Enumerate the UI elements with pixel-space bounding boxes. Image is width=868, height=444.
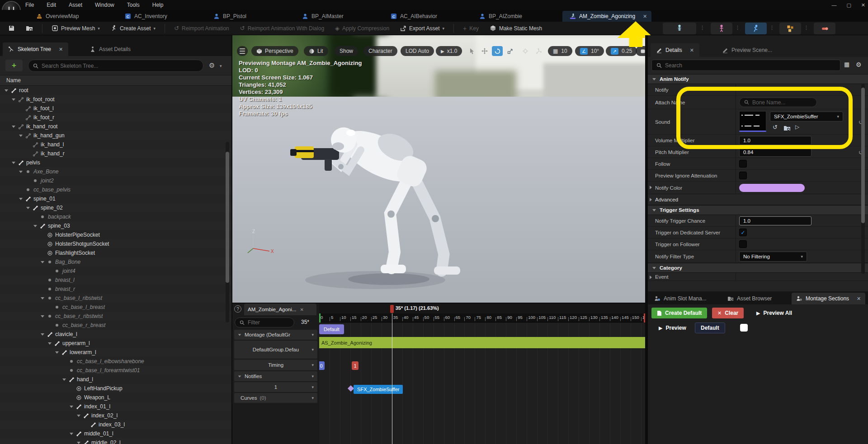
tree-row-ik_hand_r[interactable]: ik_hand_r bbox=[0, 149, 231, 158]
details-tab-close-icon[interactable]: ✕ bbox=[690, 47, 694, 53]
playhead-line[interactable] bbox=[392, 313, 392, 444]
sound-asset-thumbnail[interactable] bbox=[739, 111, 766, 132]
preview-character-mesh[interactable] bbox=[285, 103, 493, 293]
timeline-track-area[interactable]: 0510152025303540455055606570758085909510… bbox=[319, 304, 645, 444]
perspective-button[interactable]: Perspective bbox=[251, 46, 298, 56]
blueprint-mode-button[interactable] bbox=[779, 23, 801, 34]
browse-to-asset-button[interactable] bbox=[21, 23, 38, 34]
tree-row-cc_base_l_forearmtwist01[interactable]: cc_base_l_forearmtwist01 bbox=[0, 366, 231, 375]
tree-row-cc_base_l_elbowsharebone[interactable]: cc_base_l_elbowsharebone bbox=[0, 357, 231, 366]
scale-tool-button[interactable] bbox=[505, 46, 515, 56]
chevron-down-icon[interactable]: ▾ bbox=[311, 363, 314, 367]
chevron-down-icon[interactable]: ▾ bbox=[311, 396, 314, 400]
camera-speed-button[interactable]: 1 bbox=[636, 46, 645, 56]
playhead-handle[interactable] bbox=[390, 305, 394, 313]
tree-expander-icon[interactable] bbox=[19, 135, 23, 137]
tree-expander-icon[interactable] bbox=[70, 406, 73, 408]
tree-row-spine_03[interactable]: spine_03 bbox=[0, 221, 231, 230]
tree-expander-icon[interactable] bbox=[12, 98, 15, 101]
menu-tools[interactable]: Tools bbox=[127, 2, 140, 8]
menu-window[interactable]: Window bbox=[95, 2, 114, 8]
splitter-left[interactable] bbox=[231, 35, 232, 444]
close-button[interactable]: ✕ bbox=[861, 2, 865, 8]
tree-expander-icon[interactable] bbox=[48, 342, 52, 345]
tab-am-zombie-agonizing[interactable]: AM_Zombie_Agonizing ✕ bbox=[562, 11, 651, 22]
montage-section-chip[interactable]: Default bbox=[319, 324, 344, 334]
section-anim-notify[interactable]: Anim Notify bbox=[648, 74, 868, 84]
expand-arrow-icon[interactable] bbox=[650, 186, 652, 189]
pitch-multiplier-input[interactable]: 0.84 bbox=[739, 148, 811, 157]
tree-row-lowerarm_l[interactable]: lowerarm_l bbox=[0, 348, 231, 357]
tab-close-icon[interactable]: ✕ bbox=[643, 14, 647, 19]
tab-montage-sections[interactable]: Montage Sections ✕ bbox=[792, 293, 865, 304]
tree-row-index_03_l[interactable]: index_03_l bbox=[0, 420, 231, 429]
tree-row-backpack[interactable]: backpack bbox=[0, 212, 231, 221]
tree-row-cc_base_r_ribstwist[interactable]: cc_base_r_ribstwist bbox=[0, 312, 231, 321]
tree-row-middle_01_l[interactable]: middle_01_l bbox=[0, 429, 231, 438]
tree-row-axe_bone[interactable]: Axe_Bone bbox=[0, 167, 231, 176]
skeleton-mode-button[interactable] bbox=[663, 23, 696, 34]
export-asset-button[interactable]: Export Asset▾ bbox=[396, 23, 449, 34]
name-column-header[interactable]: Name bbox=[0, 75, 231, 86]
tab-asset-browser[interactable]: Asset Browser bbox=[723, 293, 776, 304]
add-bone-button[interactable]: + bbox=[5, 60, 23, 71]
gear-icon[interactable]: ⚙ bbox=[209, 61, 215, 70]
viewport-menu-button[interactable]: ☰ bbox=[237, 46, 248, 56]
tree-row-spine_02[interactable]: spine_02 bbox=[0, 203, 231, 212]
browse-to-sound-icon[interactable] bbox=[783, 125, 791, 131]
reimport-animation-button[interactable]: ↺ Reimport Animation bbox=[170, 23, 234, 34]
tree-expander-icon[interactable] bbox=[12, 126, 15, 128]
tree-expander-icon[interactable] bbox=[41, 261, 44, 263]
angle-snap-button[interactable]: ∠ 10° bbox=[575, 46, 604, 56]
tree-row-flashlightsocket[interactable]: FlashlightSocket bbox=[0, 248, 231, 257]
tree-expander-icon[interactable] bbox=[70, 433, 73, 435]
splitter-horizontal[interactable] bbox=[232, 303, 645, 304]
tree-row-cc_base_l_breast[interactable]: cc_base_l_breast bbox=[0, 303, 231, 312]
tab-ac-inventory[interactable]: C AC_Inventory bbox=[118, 11, 206, 22]
tree-expander-icon[interactable] bbox=[62, 379, 66, 381]
sound-asset-dropdown[interactable]: SFX_ZombieSuffer▾ bbox=[770, 112, 843, 122]
notify-track-row[interactable]: 1 ▾ bbox=[234, 382, 317, 392]
tree-expander-icon[interactable] bbox=[26, 207, 30, 209]
use-selected-icon[interactable]: ↺ bbox=[773, 124, 778, 131]
notify-trigger-chance-input[interactable]: 1.0 bbox=[739, 216, 811, 225]
tree-row-ik_foot_root[interactable]: ik_foot_root bbox=[0, 95, 231, 104]
menu-asset[interactable]: Asset bbox=[69, 2, 82, 8]
trigger-on-follower-checkbox[interactable] bbox=[739, 240, 747, 248]
tab-ac-aibehavior[interactable]: C AC_AIBehavior bbox=[383, 11, 472, 22]
tree-row-cc_base_pelvis[interactable]: cc_base_pelvis bbox=[0, 185, 231, 194]
save-button[interactable] bbox=[4, 23, 19, 34]
notify-filter-type-dropdown[interactable]: No Filtering▾ bbox=[739, 252, 807, 262]
tree-row-upperarm_l[interactable]: upperarm_l bbox=[0, 339, 231, 348]
tree-expander-icon[interactable] bbox=[41, 333, 44, 336]
tree-row-cc_base_l_ribstwist[interactable]: cc_base_l_ribstwist bbox=[0, 294, 231, 303]
timeline-document-tab[interactable]: AM_Zombie_Agoni... ✕ bbox=[244, 304, 316, 315]
tree-row-clavicle_l[interactable]: clavicle_l bbox=[0, 330, 231, 339]
tree-expander-icon[interactable] bbox=[5, 89, 8, 92]
timeline-filter-input[interactable]: Filter bbox=[235, 318, 294, 327]
tab-details[interactable]: Details ✕ bbox=[651, 43, 699, 57]
play-sound-icon[interactable]: ▷ bbox=[795, 124, 799, 130]
section-trigger-settings[interactable]: Trigger Settings bbox=[648, 205, 868, 215]
tab-bp-pistol[interactable]: BP_Pistol bbox=[206, 11, 295, 22]
tab-preview-scene[interactable]: Preview Scene... bbox=[717, 43, 778, 57]
details-gear-icon[interactable]: ⚙ bbox=[856, 61, 862, 68]
skeleton-search-input[interactable]: Search Skeleton Tree... bbox=[28, 60, 203, 72]
chevron-down-icon[interactable]: ▾ bbox=[220, 64, 222, 68]
details-scrollbar-thumb[interactable] bbox=[861, 88, 865, 223]
tree-expander-icon[interactable] bbox=[41, 297, 44, 299]
section-category[interactable]: Category bbox=[648, 263, 868, 273]
blueprint-mode-menu-dots[interactable]: ⋮ bbox=[804, 25, 809, 31]
menu-help[interactable]: Help bbox=[152, 2, 164, 8]
chevron-down-icon[interactable]: ▾ bbox=[311, 385, 314, 389]
preview-mesh-button[interactable]: Preview Mesh▾ bbox=[47, 23, 104, 34]
trigger-dedicated-server-checkbox[interactable]: ✓ bbox=[739, 229, 747, 236]
apply-compression-button[interactable]: ◈ Apply Compression bbox=[330, 23, 394, 34]
tree-row-middle_02_l[interactable]: middle_02_l bbox=[0, 438, 231, 444]
minimize-button[interactable]: — bbox=[831, 2, 836, 8]
curves-row[interactable]: Curves (0) ▾ bbox=[234, 393, 317, 403]
timing-marker-0[interactable]: 0 bbox=[319, 361, 325, 370]
chevron-down-icon[interactable]: ▾ bbox=[311, 332, 314, 337]
details-search-input[interactable]: Search bbox=[651, 60, 840, 71]
show-menu-button[interactable]: Show bbox=[335, 46, 358, 56]
